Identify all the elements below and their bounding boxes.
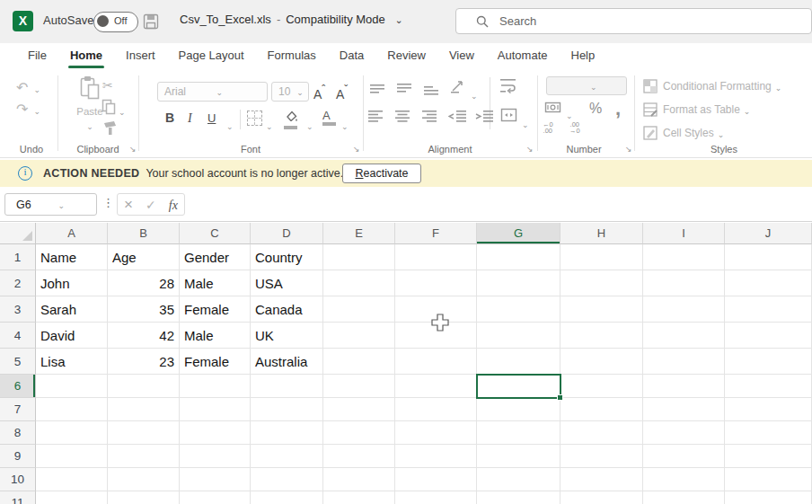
cell-J6[interactable]	[725, 375, 812, 398]
merge-center-button[interactable]	[500, 108, 517, 126]
cell-F9[interactable]	[395, 445, 477, 468]
cut-button[interactable]	[102, 77, 113, 93]
cell-F1[interactable]	[395, 244, 477, 270]
cell-I2[interactable]	[643, 270, 725, 296]
cell-F8[interactable]	[395, 421, 477, 445]
cell-J7[interactable]	[725, 398, 812, 421]
column-header-I[interactable]: I	[643, 223, 725, 244]
cell-G4[interactable]	[477, 323, 560, 349]
formula-input[interactable]	[190, 193, 812, 217]
row-header-1[interactable]: 1	[0, 244, 36, 270]
decrease-decimal-button[interactable]: .00→0	[569, 121, 580, 134]
cell-I3[interactable]	[643, 296, 725, 323]
redo-button[interactable]	[16, 101, 40, 118]
cell-H4[interactable]	[560, 323, 643, 349]
cell-D5[interactable]: Australia	[251, 349, 323, 375]
document-title[interactable]: Csv_To_Excel.xls-Compatibility Mode ⌄	[180, 13, 403, 26]
cell-H6[interactable]	[560, 375, 643, 398]
cell-F4[interactable]	[395, 323, 477, 349]
tab-home[interactable]: Home	[58, 43, 114, 70]
cell-I4[interactable]	[643, 323, 725, 349]
cell-H5[interactable]	[560, 349, 643, 375]
cell-I11[interactable]	[643, 491, 725, 504]
number-dialog-launcher[interactable]	[625, 145, 632, 154]
tab-data[interactable]: Data	[328, 43, 375, 70]
cell-C8[interactable]	[180, 421, 251, 445]
middle-align-button[interactable]	[397, 81, 412, 97]
cell-J11[interactable]	[725, 491, 812, 504]
copy-button[interactable]	[101, 99, 116, 119]
cell-G7[interactable]	[477, 398, 560, 421]
comma-style-button[interactable]	[615, 102, 621, 119]
cell-E8[interactable]	[323, 421, 395, 445]
cell-J9[interactable]	[725, 445, 812, 468]
cell-I1[interactable]	[643, 244, 725, 270]
format-as-table-button[interactable]: Format as Table	[643, 101, 750, 119]
cell-H8[interactable]	[560, 421, 643, 445]
autosave-toggle[interactable]: Off	[93, 12, 138, 32]
select-all-corner[interactable]	[0, 223, 36, 244]
decrease-indent-button[interactable]	[448, 110, 466, 126]
cell-A8[interactable]	[36, 421, 108, 445]
fill-color-dropdown-icon[interactable]	[306, 117, 313, 133]
cell-B3[interactable]: 35	[108, 296, 180, 323]
italic-button[interactable]	[188, 110, 192, 126]
cell-A7[interactable]	[36, 398, 108, 421]
cell-H1[interactable]	[560, 244, 643, 270]
cell-E10[interactable]	[323, 468, 395, 491]
percent-style-button[interactable]	[589, 101, 602, 117]
cell-H9[interactable]	[560, 445, 643, 468]
bold-button[interactable]	[165, 110, 174, 126]
cell-A5[interactable]: Lisa	[36, 349, 108, 375]
cell-F3[interactable]	[395, 296, 477, 323]
cell-A6[interactable]	[36, 375, 108, 398]
increase-indent-button[interactable]	[475, 110, 493, 126]
cell-B1[interactable]: Age	[108, 244, 180, 270]
cell-C3[interactable]: Female	[180, 296, 251, 323]
cell-H10[interactable]	[560, 468, 643, 491]
bottom-align-button[interactable]	[424, 83, 439, 99]
cell-F7[interactable]	[395, 398, 477, 421]
cell-G11[interactable]	[477, 491, 560, 504]
cell-B2[interactable]: 28	[108, 270, 180, 296]
merge-center-dropdown-icon[interactable]	[522, 115, 529, 131]
cell-styles-button[interactable]: Cell Styles	[643, 124, 724, 142]
decrease-font-size-button[interactable]	[336, 84, 348, 102]
cell-A1[interactable]: Name	[36, 244, 108, 270]
cell-B6[interactable]	[108, 375, 180, 398]
font-color-button[interactable]	[322, 110, 336, 126]
excel-logo-icon[interactable]	[13, 11, 33, 31]
cell-A2[interactable]: John	[36, 270, 108, 296]
cell-H3[interactable]	[560, 296, 643, 323]
number-format-select[interactable]	[546, 76, 627, 95]
borders-button[interactable]	[247, 111, 262, 126]
orientation-button[interactable]	[450, 79, 466, 97]
cancel-button[interactable]	[124, 196, 133, 214]
cell-C11[interactable]	[180, 491, 251, 504]
cell-D11[interactable]	[251, 491, 323, 504]
cell-J10[interactable]	[725, 468, 812, 491]
cell-C9[interactable]	[180, 445, 251, 468]
tab-file[interactable]: File	[16, 43, 58, 70]
cell-D1[interactable]: Country	[251, 244, 323, 270]
cell-J1[interactable]	[725, 244, 812, 270]
cell-H2[interactable]	[560, 270, 643, 296]
cell-B4[interactable]: 42	[108, 323, 180, 349]
cell-E9[interactable]	[323, 445, 395, 468]
underline-dropdown-icon[interactable]	[226, 117, 234, 133]
cell-C5[interactable]: Female	[180, 349, 251, 375]
fill-handle[interactable]	[557, 394, 563, 401]
cell-F10[interactable]	[395, 468, 477, 491]
cell-G5[interactable]	[477, 349, 560, 375]
cell-I6[interactable]	[643, 375, 725, 398]
undo-button[interactable]	[16, 79, 40, 96]
cell-B9[interactable]	[108, 445, 180, 468]
wrap-text-button[interactable]	[500, 78, 516, 97]
cell-G1[interactable]	[477, 244, 560, 270]
search-input[interactable]	[498, 13, 811, 29]
row-header-8[interactable]: 8	[0, 421, 36, 445]
font-size-select[interactable]: 10	[271, 82, 309, 102]
cell-A3[interactable]: Sarah	[36, 296, 108, 323]
font-name-select[interactable]: Arial	[157, 82, 268, 102]
cell-E5[interactable]	[323, 349, 395, 375]
